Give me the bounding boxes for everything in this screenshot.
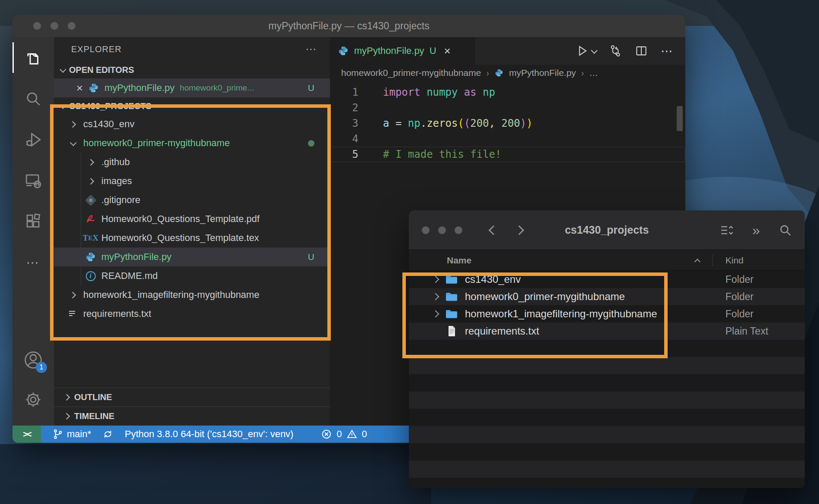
- code-area[interactable]: 1import numpy as np23a = np.zeros((200, …: [330, 81, 685, 162]
- tree-item-homework1-imagefiltering-mygithubname[interactable]: homework1_imagefiltering-mygithubname: [54, 285, 330, 304]
- git-branch-status[interactable]: main*: [52, 429, 91, 440]
- chevron-down-icon: [60, 66, 66, 73]
- activity-search[interactable]: [13, 78, 54, 119]
- activity-settings[interactable]: [13, 380, 54, 419]
- finder-traffic-lights: [422, 226, 462, 234]
- tree-item-readme-md[interactable]: iREADME.md: [54, 266, 330, 285]
- workspace-section[interactable]: CS1430_PROJECTS: [54, 97, 330, 115]
- tree-item-label: homework1_imagefiltering-mygithubname: [83, 289, 259, 301]
- chevron-right-icon: [87, 178, 94, 185]
- breadcrumb-separator: ›: [486, 68, 489, 78]
- tree-item-homework0-primer-mygithubname[interactable]: homework0_primer-mygithubname: [54, 134, 330, 153]
- remote-indicator[interactable]: ><: [13, 426, 41, 443]
- close-window-button[interactable]: [422, 226, 430, 234]
- outline-section[interactable]: OUTLINE: [54, 388, 330, 407]
- line-number[interactable]: 3: [330, 116, 358, 131]
- finder-row-cs1430-env[interactable]: cs1430_envFolder: [409, 271, 805, 288]
- finder-row-homework0-primer-mygithubname[interactable]: homework0_primer-mygithubnameFolder: [409, 288, 805, 305]
- activity-remote-explorer[interactable]: [13, 160, 54, 201]
- disclosure-chevron-icon[interactable]: [432, 310, 439, 318]
- finder-row-requirements-txt[interactable]: requirements.txtPlain Text: [409, 322, 805, 340]
- tree-item-label: Homework0_Questions_Template.pdf: [101, 213, 260, 225]
- activity-explorer[interactable]: [13, 37, 54, 78]
- disclosure-chevron-icon[interactable]: [432, 276, 439, 283]
- breadcrumb-folder[interactable]: homework0_primer-mygithubname: [341, 68, 481, 78]
- editor-actions: ⋯: [576, 37, 685, 65]
- vscode-traffic-lights: [33, 22, 75, 30]
- breadcrumb[interactable]: homework0_primer-mygithubname › myPython…: [330, 65, 685, 81]
- finder-list-header: Name Kind: [409, 250, 805, 271]
- tree-item-gitignore[interactable]: .gitignore: [54, 191, 330, 210]
- gear-icon: [24, 391, 42, 409]
- desktop: myPythonFile.py — cs1430_projects: [0, 0, 819, 504]
- activity-run-debug[interactable]: [13, 119, 54, 160]
- back-icon[interactable]: [489, 225, 499, 235]
- minimize-window-button[interactable]: [50, 22, 58, 30]
- code-text: import numpy as np: [358, 85, 495, 100]
- forward-icon[interactable]: [515, 225, 524, 235]
- document-icon: [445, 326, 458, 337]
- open-editors-section[interactable]: OPEN EDITORS: [54, 61, 330, 78]
- search-icon[interactable]: [779, 224, 792, 237]
- tree-item-cs1430-env[interactable]: cs1430_env: [54, 115, 330, 134]
- zoom-window-button[interactable]: [455, 226, 462, 234]
- finder-window: cs1430_projects » Name Kind cs1430_envFo…: [409, 210, 805, 488]
- list-view-icon[interactable]: [720, 224, 733, 237]
- git-untracked-badge: U: [308, 252, 314, 262]
- tree-item-images[interactable]: images: [54, 172, 330, 191]
- tree-item-label: .gitignore: [101, 194, 141, 206]
- tree-item-homework0-questions-template-tex[interactable]: TEXHomework0_Questions_Template.tex: [54, 229, 330, 247]
- tree-item-homework0-questions-template-pdf[interactable]: Homework0_Questions_Template.pdf: [54, 210, 330, 229]
- code-line-5[interactable]: 5# I made this file!: [330, 147, 685, 162]
- line-number[interactable]: 5: [330, 147, 358, 162]
- python-interpreter-status[interactable]: Python 3.8.0 64-bit ('cs1430_env': venv): [125, 429, 293, 440]
- column-header-kind[interactable]: Kind: [725, 255, 744, 266]
- tab-mypythonfile[interactable]: myPythonFile.py U ×: [330, 37, 475, 65]
- finder-toolbar[interactable]: cs1430_projects »: [409, 210, 805, 250]
- tree-item-requirements-txt[interactable]: requirements.txt: [54, 304, 330, 323]
- toolbar-overflow-icon[interactable]: »: [752, 223, 760, 237]
- close-window-button[interactable]: [33, 22, 41, 30]
- minimize-window-button[interactable]: [438, 226, 446, 234]
- more-actions-icon[interactable]: ⋯: [661, 44, 674, 58]
- line-number[interactable]: 4: [330, 131, 358, 147]
- sync-button[interactable]: [102, 429, 113, 440]
- tree-item-label: .github: [101, 157, 130, 168]
- finder-row-homework1-imagefiltering-mygithubname[interactable]: homework1_imagefiltering-mygithubnameFol…: [409, 305, 805, 322]
- compare-changes-icon[interactable]: [609, 44, 622, 57]
- timeline-section[interactable]: TIMELINE: [54, 407, 330, 426]
- explorer-more-icon[interactable]: ⋯: [305, 43, 318, 56]
- code-line-4[interactable]: 4: [330, 131, 685, 147]
- tree-item-mypythonfile-py[interactable]: myPythonFile.pyU: [54, 247, 330, 266]
- scrollbar-thumb[interactable]: [677, 106, 683, 131]
- problems-status[interactable]: 0 0: [321, 429, 367, 440]
- disclosure-chevron-icon[interactable]: [432, 293, 439, 301]
- vscode-titlebar[interactable]: myPythonFile.py — cs1430_projects: [13, 15, 685, 37]
- chevron-right-icon: [63, 394, 70, 401]
- activity-more[interactable]: ⋯: [13, 242, 54, 283]
- run-python-button[interactable]: [576, 44, 596, 57]
- tree-item-github[interactable]: .github: [54, 153, 330, 172]
- branch-name: main*: [67, 429, 91, 440]
- breadcrumb-tail[interactable]: …: [589, 68, 598, 78]
- split-editor-icon[interactable]: [635, 44, 648, 57]
- open-editor-item[interactable]: × myPythonFile.py homework0_prime... U: [54, 78, 330, 97]
- close-tab-icon[interactable]: ×: [444, 44, 451, 58]
- finder-empty-row: [409, 426, 805, 443]
- column-divider[interactable]: [712, 254, 713, 266]
- tree-item-label: homework0_primer-mygithubname: [83, 138, 230, 149]
- code-line-3[interactable]: 3a = np.zeros((200, 200)): [330, 116, 685, 131]
- close-editor-icon[interactable]: ×: [76, 81, 83, 95]
- tab-label: myPythonFile.py: [354, 45, 424, 56]
- breadcrumb-file[interactable]: myPythonFile.py: [509, 68, 576, 78]
- zoom-window-button[interactable]: [68, 22, 75, 30]
- column-header-name[interactable]: Name: [409, 255, 471, 266]
- code-line-1[interactable]: 1import numpy as np: [330, 85, 685, 100]
- activity-extensions[interactable]: [13, 201, 54, 242]
- python-icon: [338, 45, 349, 56]
- line-number[interactable]: 2: [330, 100, 358, 116]
- line-number[interactable]: 1: [330, 85, 358, 100]
- code-line-2[interactable]: 2: [330, 100, 685, 116]
- activity-accounts[interactable]: 1: [13, 340, 54, 380]
- more-icon: ⋯: [26, 255, 41, 270]
